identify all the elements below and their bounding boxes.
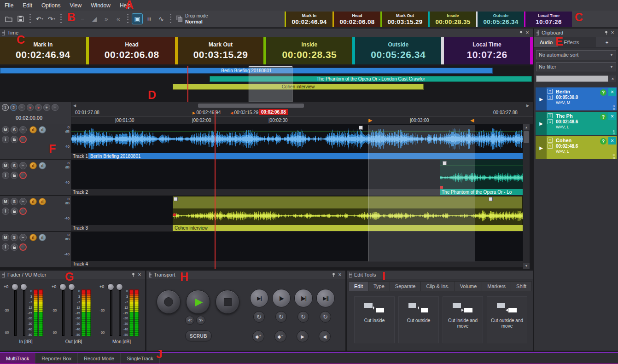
time-selection-overlay[interactable] [368,125,475,261]
forward-button[interactable]: ≫ [196,316,205,325]
record-arm-button[interactable] [19,172,27,179]
monitor-icon[interactable]: ▣ [132,13,143,24]
menu-item-file[interactable]: File [0,1,18,10]
prev-marker-button[interactable]: ◀ [319,330,331,342]
lock-icon[interactable] [11,172,18,179]
clipboard-item-body[interactable]: T 1 Cohen 00:02:48.6 WAV, L ? × »» [547,136,617,159]
overview-playhead[interactable] [187,66,188,102]
fader-track[interactable] [14,290,17,336]
expand-item-control[interactable]: »» [612,129,615,135]
menu-item-options[interactable]: Options [37,1,65,10]
play-pause-button[interactable]: ▶|| [316,289,335,307]
cut-inside-button[interactable]: Cut inside [354,296,395,343]
menu-item-edit[interactable]: Edit [18,1,37,10]
cut-inside-and-move-button[interactable]: Cut inside and move [443,296,483,343]
rewind-button[interactable]: ≪ [185,316,194,325]
clipboard-item[interactable]: ▶ T 1 Berlin 00:05:30.0 WAV, M ? × »» [536,87,617,110]
open-folder-icon[interactable] [3,13,14,24]
solo-button[interactable]: S [11,234,18,241]
help-badge[interactable]: ? [600,138,606,144]
pin-icon[interactable] [518,29,524,36]
overview-clip-cohen[interactable]: Cohen interview [173,84,424,90]
remove-item-button[interactable]: × [608,112,616,120]
fader-track[interactable] [62,290,64,336]
record-arm-button[interactable] [19,208,27,215]
mark-out-display[interactable]: Mark Out00:03:15.29 [178,37,264,64]
monitor-off-button[interactable]: − [19,126,27,133]
head-display[interactable]: Head00:02:06.08 [89,37,175,64]
scroll-right-icon[interactable]: ▶ [526,104,529,108]
play-from-start-button[interactable]: |▶ [272,289,291,307]
play-to-end-button[interactable]: ▶| [250,289,268,307]
track-name[interactable]: Track 1 [71,153,90,159]
fader-knob[interactable] [59,283,66,290]
pin-icon[interactable] [603,29,609,36]
panel-grip[interactable] [2,30,5,35]
toolbar-outside-display[interactable]: Outside00:05:26.34 [478,12,524,27]
save-icon[interactable] [15,13,26,24]
toolbar-mark-out-display[interactable]: Mark Out00:03:15.29 [382,12,428,27]
play-item-button[interactable]: ▶ [536,112,547,135]
drop-mode-control[interactable]: Drop modeNormal [176,13,208,24]
tab-shift[interactable]: Shift [511,281,532,291]
project-overview[interactable]: Berlin Briefing 20180801 The Phantom of … [0,66,533,103]
lock-icon[interactable] [11,208,18,215]
remove-marker-button[interactable]: ◆⁻ [274,330,286,342]
tab-audio[interactable]: Audio [534,37,558,47]
vertical-scrollbar-thumb[interactable] [524,131,529,143]
pin-icon[interactable] [330,272,337,278]
tab-edit[interactable]: Edit [349,281,368,291]
panel-grip[interactable] [149,272,152,277]
cut-outside-and-move-button[interactable]: Cut outside and move [487,296,527,343]
inside-display[interactable]: Inside00:00:28.35 [266,37,352,64]
playhead-cursor[interactable] [215,110,216,269]
record-marker-button[interactable]: ● [35,104,42,111]
lock-icon[interactable] [11,136,18,143]
clear-search-icon[interactable]: × [609,75,616,82]
tab-markers[interactable]: Markers [482,281,511,291]
track-name[interactable]: Track 4 [71,261,90,267]
remove-item-button[interactable]: × [608,88,616,96]
monitor-off-button[interactable]: − [19,198,27,205]
monitor-off-button[interactable]: − [19,234,27,241]
track-scrollbar[interactable]: ▲ ▼ [523,124,530,269]
play-button[interactable]: ▶ [186,290,210,314]
pin-icon[interactable] [130,272,136,278]
loop-button[interactable]: ↻ [320,311,331,323]
playhead-time-badge[interactable]: 00:02:06.08 [259,109,288,115]
monitor-off-button[interactable]: − [19,162,27,169]
help-badge[interactable]: ? [600,114,606,120]
clipboard-item-body[interactable]: T 1 The Ph 00:02:48.6 WAV, L ? × »» [547,112,617,135]
panel-grip[interactable] [536,30,539,35]
scroll-up-icon[interactable]: ▲ [523,124,530,130]
clipboard-item[interactable]: ▶ T 1 The Ph 00:02:48.6 WAV, L ? × »» [536,112,617,135]
overview-clip-berlin[interactable]: Berlin Briefing 20180801 [0,68,493,74]
toolbar-head-display[interactable]: Head00:02:06.08 [334,12,380,27]
loop-button[interactable]: ↻ [275,311,287,323]
record-arm-button[interactable] [19,243,27,251]
mark-out-triangle-icon[interactable]: ◀ [470,117,474,123]
remove-item-button[interactable]: × [608,137,616,144]
local-time-display[interactable]: Local Time10:07:26 [444,37,530,64]
mark-in-display[interactable]: Mark In00:02:46.94 [0,37,86,64]
tab-singletrack[interactable]: SingleTrack [121,353,160,364]
fade-icon[interactable]: ◢ [89,13,100,24]
tab-volume[interactable]: Volume [455,281,483,291]
mark-in-triangle-icon[interactable]: ▶ [368,117,372,123]
close-icon[interactable]: × [609,29,616,36]
tab-multitrack[interactable]: MultiTrack [0,353,35,364]
sort-dropdown[interactable]: No automatic sort▼ [536,50,616,59]
ruler-mark-out[interactable]: ◀ 00:03:15.29 [230,110,258,115]
mute-button[interactable]: M [2,234,9,241]
pan-knob[interactable]: ıl [39,126,46,133]
track-name[interactable]: Track 2 [71,189,90,195]
fader-knob[interactable] [107,283,114,290]
volume-knob[interactable]: ıl [29,198,37,205]
zoom-out-button[interactable]: − [52,104,58,111]
volume-knob[interactable]: ıl [29,126,37,133]
tab-type[interactable]: Type [368,281,390,291]
loop-button[interactable]: ↻ [297,311,309,323]
ruler-mark-in[interactable]: ▶ 00:02:46.94 [192,110,221,115]
mute-button[interactable]: M [2,198,9,205]
close-icon[interactable]: × [136,272,143,278]
